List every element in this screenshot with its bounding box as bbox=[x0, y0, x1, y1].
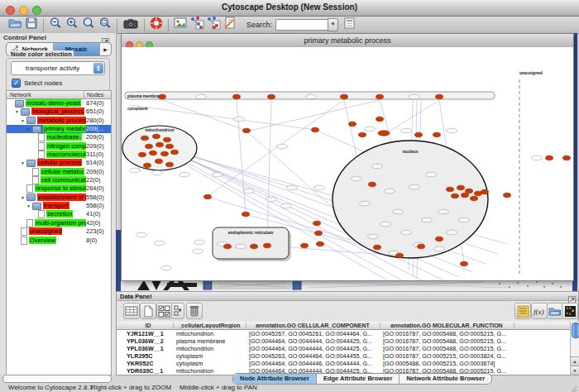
graph-node[interactable] bbox=[546, 155, 553, 160]
expander-icon[interactable]: ▼ bbox=[21, 117, 26, 125]
graph-node[interactable] bbox=[268, 94, 275, 99]
attribute-matrix-button[interactable] bbox=[156, 303, 173, 319]
tree-row[interactable]: macromolecule311(0) bbox=[7, 151, 111, 159]
graph-node[interactable] bbox=[341, 94, 348, 99]
table-row[interactable]: YLR295Ccytoplasm[GO:0045263, GO:0044464,… bbox=[117, 352, 570, 360]
graph-node[interactable] bbox=[447, 187, 454, 192]
graph-node[interactable] bbox=[161, 151, 169, 156]
network-canvas[interactable]: plasma membrane cytoplasm mitochondrion … bbox=[122, 47, 573, 280]
expander-icon[interactable]: ▼ bbox=[26, 202, 32, 210]
delete-attribute-button[interactable] bbox=[186, 303, 203, 319]
expander-icon[interactable]: ▼ bbox=[21, 159, 26, 167]
graph-node[interactable] bbox=[242, 212, 250, 217]
tree-row[interactable]: nucleobase-209(0) bbox=[7, 133, 111, 141]
graph-node[interactable] bbox=[156, 159, 163, 164]
attribute-matrix-small-button[interactable] bbox=[171, 303, 184, 319]
graph-node[interactable] bbox=[141, 136, 149, 141]
graph-node[interactable] bbox=[166, 144, 174, 149]
graph-node[interactable] bbox=[153, 134, 160, 139]
graph-node[interactable] bbox=[415, 132, 423, 137]
graph-node[interactable] bbox=[457, 185, 465, 190]
column-header[interactable]: annotation.GO MOLECULAR_FUNCTION bbox=[380, 323, 514, 328]
graph-node[interactable] bbox=[139, 152, 146, 157]
graph-node[interactable] bbox=[374, 245, 381, 250]
region-nucleus[interactable] bbox=[333, 141, 488, 258]
graph-node[interactable] bbox=[301, 243, 309, 248]
graph-node[interactable] bbox=[233, 94, 241, 99]
graph-node[interactable] bbox=[436, 237, 443, 241]
scrollbar-thumb[interactable] bbox=[572, 323, 579, 338]
graph-node[interactable] bbox=[504, 193, 511, 198]
graph-node[interactable] bbox=[166, 162, 174, 167]
layout-nodes-b-button[interactable] bbox=[205, 17, 222, 32]
graph-node[interactable] bbox=[481, 189, 489, 194]
tab-network-attribute-browser[interactable]: Network Attribute Browser bbox=[400, 374, 491, 384]
graph-node[interactable] bbox=[563, 155, 571, 160]
search-index-button[interactable] bbox=[342, 17, 358, 32]
tree-row[interactable]: cellular metabo209(0) bbox=[7, 168, 111, 176]
expander-icon[interactable]: ▼ bbox=[26, 125, 32, 133]
graph-node[interactable] bbox=[461, 261, 468, 266]
tab-node-attribute-browser[interactable]: Node Attribute Browser bbox=[233, 374, 317, 384]
tree-row[interactable]: multi-organism pro42(0) bbox=[7, 219, 111, 227]
tab-edge-attribute-browser[interactable]: Edge Attribute Browser bbox=[317, 374, 400, 384]
heatmap-button[interactable] bbox=[562, 303, 578, 319]
graph-node[interactable] bbox=[251, 244, 258, 249]
function-builder-button[interactable]: f(x) bbox=[531, 303, 548, 319]
graph-node[interactable] bbox=[433, 132, 441, 137]
scroll-up-button[interactable]: ▲ bbox=[571, 356, 579, 366]
graph-node[interactable] bbox=[146, 144, 153, 149]
graph-node[interactable] bbox=[243, 128, 251, 133]
network-window-titlebar[interactable]: primary metabolic process bbox=[122, 34, 573, 48]
new-attribute-button[interactable] bbox=[140, 303, 156, 319]
search-dropdown-button[interactable]: ▼ bbox=[328, 18, 338, 31]
tree-row[interactable]: Overview8(0) bbox=[7, 237, 111, 245]
expander-icon[interactable]: ▼ bbox=[15, 108, 21, 116]
graph-node[interactable] bbox=[224, 244, 232, 249]
graph-node[interactable] bbox=[475, 191, 482, 196]
graph-node[interactable] bbox=[144, 163, 151, 168]
save-session-button[interactable] bbox=[23, 17, 40, 32]
tree-row[interactable]: unassigned223(0) bbox=[7, 227, 111, 236]
vizmapper-button[interactable] bbox=[172, 17, 189, 32]
tree-row[interactable]: ▼metabolic process280(0) bbox=[7, 117, 111, 125]
select-nodes-checkbox[interactable]: ✓ bbox=[12, 79, 21, 88]
tree-row[interactable]: ▼transport558(0) bbox=[7, 202, 111, 210]
graph-node[interactable] bbox=[378, 131, 390, 136]
table-row[interactable]: YPL036W__2plasma membrane[GO:0044464, GO… bbox=[117, 337, 570, 345]
zoom-out-button[interactable] bbox=[47, 17, 64, 32]
graph-node[interactable] bbox=[349, 122, 356, 127]
graph-node[interactable] bbox=[156, 142, 164, 147]
graph-node[interactable] bbox=[150, 151, 157, 155]
graph-node[interactable] bbox=[159, 94, 166, 99]
annotation-button[interactable] bbox=[222, 17, 238, 32]
tree-row[interactable]: ▼primary metabol209(... bbox=[7, 125, 111, 133]
column-header[interactable]: _cellularLayoutRegion bbox=[173, 323, 246, 328]
graph-node[interactable] bbox=[369, 182, 376, 187]
tree-row[interactable]: ▼cellular process614(0) bbox=[7, 159, 111, 167]
import-attributes-button[interactable] bbox=[514, 303, 531, 319]
tree-row[interactable]: nitrogen compo209(0) bbox=[7, 142, 111, 151]
zoom-selected-button[interactable] bbox=[80, 17, 97, 32]
tree-row[interactable]: ▼establishment of lo558(0) bbox=[7, 194, 111, 202]
graph-node[interactable] bbox=[396, 253, 404, 258]
tab-overflow-arrow[interactable]: ▶ bbox=[100, 43, 111, 55]
expander-icon[interactable]: ▼ bbox=[21, 194, 26, 202]
graph-node[interactable] bbox=[317, 241, 324, 246]
tree-row[interactable]: cell communicat22(0) bbox=[7, 176, 111, 184]
table-scrollbar[interactable]: ▲ ▼ bbox=[570, 322, 579, 375]
graph-node[interactable] bbox=[452, 194, 459, 198]
table-row[interactable]: YKR052Ccytoplasm[GO:0044464, GO:0044446,… bbox=[117, 360, 570, 367]
select-attributes-button[interactable] bbox=[123, 303, 140, 319]
resize-grip[interactable] bbox=[569, 383, 577, 392]
graph-node[interactable] bbox=[471, 196, 478, 201]
tree-row[interactable]: mosaic-demo-yeast874(0) bbox=[7, 99, 111, 108]
graph-node[interactable] bbox=[313, 221, 321, 226]
graph-node[interactable] bbox=[436, 94, 443, 99]
graph-node[interactable] bbox=[312, 127, 319, 132]
graph-node[interactable] bbox=[466, 189, 473, 194]
layout-nodes-a-button[interactable] bbox=[189, 17, 205, 32]
table-row[interactable]: YJR121W__1mitochondrion[GO:0045267, GO:0… bbox=[117, 330, 570, 337]
tree-row[interactable]: secretion41(0) bbox=[7, 210, 111, 218]
snapshot-button[interactable] bbox=[121, 17, 141, 32]
